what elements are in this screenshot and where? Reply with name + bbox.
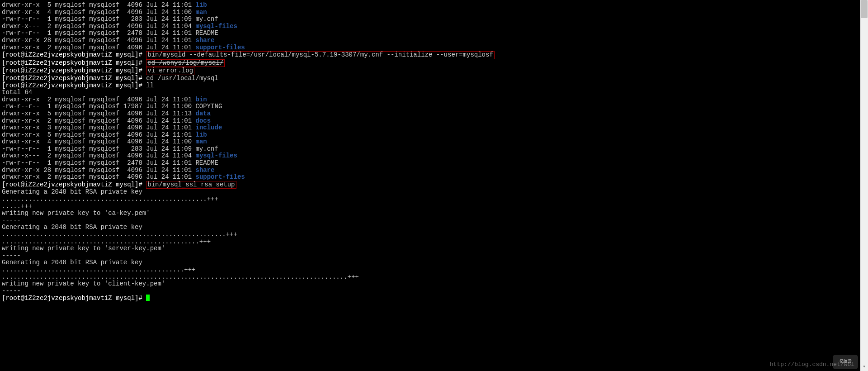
ls-row: drwxr-xr-x 4 mysqlosf mysqlosf 4096 Jul … <box>2 138 868 146</box>
file-name: lib <box>195 131 207 138</box>
file-name: lib <box>195 1 207 9</box>
output-line: ........................................… <box>2 196 868 203</box>
output-line: writing new private key to 'ca-key.pem' <box>2 210 868 217</box>
ls-row: drwxr-xr-x 5 mysqlosf mysqlosf 4096 Jul … <box>2 110 868 118</box>
ls-row: drwxr-xr-x 4 mysqlosf mysqlosf 4096 Jul … <box>2 9 868 16</box>
output-line: ----- <box>2 217 868 224</box>
command-line[interactable]: [root@iZ2ze2jvzepskyobjmavtiZ mysql]# <box>2 295 868 302</box>
file-name: data <box>195 110 211 117</box>
output-line: ........................................… <box>2 231 868 238</box>
command-line: [root@iZ2ze2jvzepskyobjmavtiZ mysql]# vi… <box>2 67 868 75</box>
command-line: [root@iZ2ze2jvzepskyobjmavtiZ mysql]# cd… <box>2 59 868 67</box>
ls-row: drwxr-xr-x 5 mysqlosf mysqlosf 4096 Jul … <box>2 2 868 9</box>
ls-row: drwxr-xr-x 28 mysqlosf mysqlosf 4096 Jul… <box>2 167 868 174</box>
ls-row: drwxr-xr-x 2 mysqlosf mysqlosf 4096 Jul … <box>2 174 868 181</box>
output-line: Generating a 2048 bit RSA private key <box>2 189 868 196</box>
scrollbar-thumb[interactable] <box>861 0 868 18</box>
file-name: mysql-files <box>195 23 237 30</box>
file-name: include <box>195 124 222 131</box>
command-line: [root@iZ2ze2jvzepskyobjmavtiZ mysql]# bi… <box>2 181 868 189</box>
highlighted-command: cd /wonys/log/mysql/ <box>146 59 225 67</box>
file-name: share <box>195 166 214 174</box>
ls-row: drwxr-xr-x 3 mysqlosf mysqlosf 4096 Jul … <box>2 124 868 132</box>
highlighted-command: bin/mysqld --defaults-file=/usr/local/my… <box>146 51 495 59</box>
file-name: mysql-files <box>195 152 237 159</box>
output-line: ----- <box>2 252 868 260</box>
ls-total: total 64 <box>2 89 868 96</box>
output-line: ........................................… <box>2 266 868 274</box>
file-name: share <box>195 37 214 44</box>
ls-row: drwxr-xr-x 28 mysqlosf mysqlosf 4096 Jul… <box>2 37 868 44</box>
ls-row: -rw-r--r-- 1 mysqlosf mysqlosf 17987 Jul… <box>2 103 868 110</box>
command-line: [root@iZ2ze2jvzepskyobjmavtiZ mysql]# cd… <box>2 75 868 82</box>
file-name: support-files <box>195 44 245 51</box>
output-line: writing new private key to 'client-key.p… <box>2 281 868 288</box>
ls-row: -rw-r--r-- 1 mysqlosf mysqlosf 2478 Jul … <box>2 30 868 37</box>
vertical-scrollbar[interactable]: ▾ <box>860 0 868 371</box>
output-line: .....+++ <box>2 203 868 210</box>
output-line: ........................................… <box>2 274 868 281</box>
ls-row: drwxr-x--- 2 mysqlosf mysqlosf 4096 Jul … <box>2 23 868 30</box>
file-name: man <box>195 9 207 16</box>
ls-row: drwxr-xr-x 2 mysqlosf mysqlosf 4096 Jul … <box>2 118 868 125</box>
output-line: Generating a 2048 bit RSA private key <box>2 259 868 266</box>
ls-row: drwxr-x--- 2 mysqlosf mysqlosf 4096 Jul … <box>2 152 868 160</box>
ls-row: -rw-r--r-- 1 mysqlosf mysqlosf 283 Jul 2… <box>2 146 868 153</box>
ls-row: drwxr-xr-x 2 mysqlosf mysqlosf 4096 Jul … <box>2 44 868 52</box>
ls-row: -rw-r--r-- 1 mysqlosf mysqlosf 283 Jul 2… <box>2 16 868 23</box>
highlighted-command: bin/mysql_ssl_rsa_setup <box>146 181 236 189</box>
ls-row: drwxr-xr-x 5 mysqlosf mysqlosf 4096 Jul … <box>2 132 868 139</box>
highlighted-command: vi error.log <box>146 67 194 75</box>
file-name: man <box>195 138 207 145</box>
terminal-output[interactable]: drwxr-xr-x 5 mysqlosf mysqlosf 4096 Jul … <box>2 2 868 302</box>
output-line: writing new private key to 'server-key.p… <box>2 245 868 252</box>
output-line: ........................................… <box>2 238 868 246</box>
scroll-down-arrow[interactable]: ▾ <box>860 363 868 371</box>
output-line: ----- <box>2 288 868 295</box>
command-line: [root@iZ2ze2jvzepskyobjmavtiZ mysql]# bi… <box>2 51 868 59</box>
ls-row: drwxr-xr-x 2 mysqlosf mysqlosf 4096 Jul … <box>2 96 868 104</box>
ls-row: -rw-r--r-- 1 mysqlosf mysqlosf 2478 Jul … <box>2 160 868 167</box>
file-name: docs <box>195 117 211 124</box>
command-line: [root@iZ2ze2jvzepskyobjmavtiZ mysql]# ll <box>2 82 868 90</box>
cursor-icon <box>146 295 150 301</box>
file-name: bin <box>195 96 207 103</box>
output-line: Generating a 2048 bit RSA private key <box>2 224 868 231</box>
file-name: support-files <box>195 173 245 181</box>
watermark-logo: 亿速云 <box>833 355 858 369</box>
